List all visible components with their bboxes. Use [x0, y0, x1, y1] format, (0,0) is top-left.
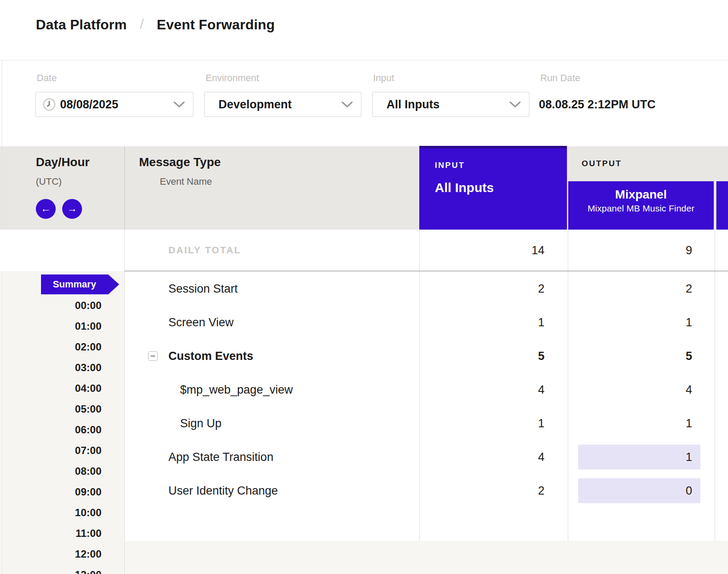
table-row-child: $mp_web_page_view 4 4 [0, 373, 728, 407]
input-count: 4 [419, 373, 544, 407]
day-hour-column-subtitle: (UTC) [36, 176, 62, 187]
next-output-column-header-partial[interactable] [716, 181, 728, 230]
daily-total-output-value: 9 [568, 230, 692, 271]
daily-total-row: DAILY TOTAL 14 9 [0, 230, 728, 271]
run-date-label: Run Date [540, 73, 580, 84]
event-name: Sign Up [180, 407, 222, 440]
hour-item-11[interactable]: 11:00 [0, 523, 101, 544]
output-count: 1 [568, 306, 692, 339]
date-value: 08/08/2025 [60, 98, 118, 111]
input-column-kicker: INPUT [435, 161, 465, 170]
output-count: 4 [568, 373, 692, 407]
daily-total-label: DAILY TOTAL [168, 230, 241, 271]
event-name: User Identity Change [168, 474, 278, 508]
input-value: All Inputs [386, 98, 440, 111]
clock-icon [43, 98, 56, 111]
arrow-left-icon: ← [41, 202, 51, 214]
input-count: 1 [419, 306, 544, 339]
output-count: 0 [568, 474, 692, 508]
table-row: User Identity Change 2 0 [0, 474, 728, 508]
input-filter-label: Input [373, 73, 394, 84]
hour-item-13[interactable]: 13:00 [0, 565, 101, 574]
output-count: 1 [568, 407, 692, 440]
breadcrumb: Data Platform / Event Forwarding [36, 16, 275, 33]
event-name: Custom Events [168, 339, 253, 373]
table-row-child: Sign Up 1 1 [0, 407, 728, 440]
top-bar: Data Platform / Event Forwarding [0, 0, 728, 60]
input-dropdown[interactable]: All Inputs [372, 92, 529, 117]
table-row: App State Transition 4 1 [0, 440, 728, 474]
table-footer-band [125, 541, 728, 574]
chevron-down-icon [342, 101, 353, 107]
run-date-value: 08.08.25 2:12PM UTC [539, 92, 655, 117]
message-type-column-subtitle: Event Name [160, 176, 212, 187]
output-column-subtitle: Mixpanel MB Music Finder [568, 202, 714, 214]
environment-dropdown[interactable]: Development [204, 92, 361, 117]
table-row: Session Start 2 2 [0, 272, 728, 306]
input-count: 5 [419, 339, 544, 373]
table-row-custom-events: Custom Events 5 5 [0, 339, 728, 373]
breadcrumb-separator: / [140, 16, 144, 32]
previous-day-button[interactable]: ← [36, 199, 56, 219]
breadcrumb-section[interactable]: Data Platform [36, 17, 127, 33]
event-name: $mp_web_page_view [180, 373, 293, 407]
input-column-name: All Inputs [435, 180, 494, 195]
output-section-label: OUTPUT [582, 159, 622, 168]
hour-item-12[interactable]: 12:00 [0, 544, 101, 565]
event-name: Screen View [168, 306, 234, 339]
event-name: Session Start [168, 272, 238, 306]
input-column-divider [419, 230, 420, 574]
event-forwarding-page: Data Platform / Event Forwarding Date En… [0, 0, 728, 574]
day-navigation: ← → [36, 199, 82, 219]
chevron-down-icon [510, 101, 521, 107]
chevron-down-icon [174, 101, 185, 107]
collapse-icon[interactable] [148, 351, 158, 361]
output-count: 2 [568, 272, 692, 306]
output-column-name: Mixpanel [568, 187, 714, 202]
input-count: 1 [419, 407, 544, 440]
hour-column-divider [124, 230, 125, 574]
arrow-right-icon: → [67, 202, 77, 214]
output-column-header-mixpanel[interactable]: Mixpanel Mixpanel MB Music Finder [568, 181, 714, 230]
next-output-column-divider [715, 230, 715, 574]
hour-column-divider [124, 146, 125, 230]
input-count: 2 [419, 272, 544, 306]
output-count: 5 [568, 339, 692, 373]
day-hour-column-title: Day/Hour [36, 155, 89, 169]
date-filter-label: Date [37, 73, 57, 84]
message-type-column-title: Message Type [139, 155, 221, 169]
environment-value: Development [218, 98, 292, 111]
environment-filter-label: Environment [206, 73, 259, 84]
page-title: Event Forwarding [157, 17, 275, 33]
input-count: 2 [419, 474, 544, 508]
next-day-button[interactable]: → [62, 199, 82, 219]
output-count: 1 [568, 440, 692, 474]
table-row: Screen View 1 1 [0, 306, 728, 339]
input-column-header[interactable]: INPUT All Inputs [419, 146, 567, 230]
filter-bar: Date Environment Input Run Date 08/08/20… [0, 60, 728, 146]
daily-total-input-value: 14 [419, 230, 544, 271]
input-count: 4 [419, 440, 544, 474]
date-dropdown[interactable]: 08/08/2025 [35, 92, 193, 117]
event-name: App State Transition [168, 440, 273, 474]
